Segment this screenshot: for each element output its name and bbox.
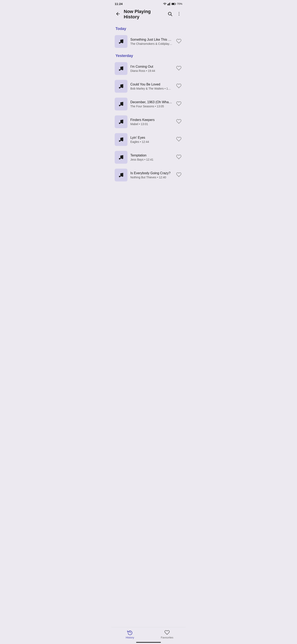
heart-icon — [176, 38, 182, 44]
song-info: Temptation Jess Bays • 12:41 — [130, 154, 172, 161]
heart-icon — [176, 101, 182, 106]
song-title: Finders Keepers — [130, 118, 172, 122]
song-info: December, 1963 (Oh What a Nigh.. The Fou… — [130, 100, 172, 108]
page-title: Now Playing History — [124, 9, 164, 20]
svg-point-10 — [179, 14, 179, 14]
heart-icon — [176, 154, 182, 160]
section-yesterday: Yesterday — [111, 50, 186, 60]
heart-icon — [176, 66, 182, 71]
list-item[interactable]: Lyin' Eyes Eagles • 12:44 — [111, 131, 186, 148]
song-title: Lyin' Eyes — [130, 136, 172, 140]
heart-icon — [176, 83, 182, 88]
list-item[interactable]: Could You Be Loved Bob Marley & The Wail… — [111, 78, 186, 95]
music-note-icon — [118, 119, 124, 125]
favourite-button[interactable] — [175, 136, 182, 144]
list-item[interactable]: Finders Keepers Mabel • 13:01 — [111, 113, 186, 131]
song-meta: The Chainsmokers & Coldplay • 10:53 — [130, 42, 172, 46]
song-info: Finders Keepers Mabel • 13:01 — [130, 118, 172, 126]
music-note-icon — [118, 38, 124, 44]
wifi-icon — [163, 2, 167, 5]
favourite-button[interactable] — [175, 38, 182, 46]
svg-line-8 — [171, 15, 172, 16]
song-thumbnail — [115, 151, 127, 164]
song-meta: The Four Seasons • 13:05 — [130, 105, 172, 108]
app-header: Now Playing History — [111, 7, 186, 22]
heart-icon — [176, 172, 182, 177]
song-meta: Bob Marley & The Wailers • 13:11 — [130, 87, 172, 90]
song-thumbnail — [115, 35, 127, 48]
status-bar: 11:24 70% — [111, 0, 186, 7]
heart-icon — [176, 119, 182, 124]
song-meta: Diana Ross • 19:44 — [130, 69, 172, 72]
list-item[interactable]: Something Just Like This (Don Di.. The C… — [111, 32, 186, 50]
song-info: Could You Be Loved Bob Marley & The Wail… — [130, 82, 172, 90]
status-time: 11:24 — [115, 2, 122, 6]
status-icons: 70% — [163, 2, 182, 5]
signal-icon — [167, 2, 171, 5]
song-meta: Nothing But Thieves • 12:40 — [130, 176, 172, 179]
history-content: Today Something Just Like This (Don Di..… — [111, 22, 186, 200]
song-thumbnail — [115, 98, 127, 110]
svg-rect-2 — [169, 3, 170, 5]
music-note-icon — [118, 172, 124, 178]
favourite-button[interactable] — [175, 64, 182, 72]
song-info: Is Everybody Going Crazy? Nothing But Th… — [130, 171, 172, 179]
svg-rect-0 — [167, 4, 168, 5]
more-options-button[interactable] — [176, 10, 182, 18]
search-button[interactable] — [167, 10, 173, 18]
battery-percentage: 70% — [177, 2, 182, 5]
song-title: Is Everybody Going Crazy? — [130, 171, 172, 175]
heart-icon — [176, 136, 182, 142]
section-today: Today — [111, 23, 186, 32]
svg-point-11 — [179, 15, 179, 16]
back-button[interactable] — [115, 10, 121, 18]
song-thumbnail — [115, 116, 127, 128]
song-thumbnail — [115, 133, 127, 146]
song-title: December, 1963 (Oh What a Nigh.. — [130, 100, 172, 104]
song-title: Something Just Like This (Don Di.. — [130, 38, 172, 42]
list-item[interactable]: Is Everybody Going Crazy? Nothing But Th… — [111, 166, 186, 184]
music-note-icon — [118, 154, 124, 160]
song-meta: Eagles • 12:44 — [130, 140, 172, 144]
battery-icon — [172, 3, 176, 5]
favourite-button[interactable] — [175, 153, 182, 161]
song-info: Something Just Like This (Don Di.. The C… — [130, 38, 172, 46]
favourite-button[interactable] — [175, 82, 182, 90]
song-thumbnail — [115, 80, 127, 93]
music-note-icon — [118, 66, 124, 72]
song-thumbnail — [115, 169, 127, 182]
song-title: Could You Be Loved — [130, 82, 172, 86]
list-item[interactable]: Temptation Jess Bays • 12:41 — [111, 148, 186, 166]
favourite-button[interactable] — [175, 100, 182, 108]
song-info: I'm Coming Out Diana Ross • 19:44 — [130, 65, 172, 72]
song-thumbnail — [115, 62, 127, 75]
list-item[interactable]: I'm Coming Out Diana Ross • 19:44 — [111, 60, 186, 78]
svg-rect-1 — [168, 3, 169, 5]
song-title: Temptation — [130, 154, 172, 157]
song-title: I'm Coming Out — [130, 65, 172, 68]
song-meta: Mabel • 13:01 — [130, 122, 172, 126]
svg-rect-3 — [170, 2, 171, 5]
favourite-button[interactable] — [175, 118, 182, 126]
music-note-icon — [118, 137, 124, 142]
svg-rect-6 — [172, 3, 174, 4]
song-meta: Jess Bays • 12:41 — [130, 158, 172, 161]
favourite-button[interactable] — [175, 171, 182, 179]
list-item[interactable]: December, 1963 (Oh What a Nigh.. The Fou… — [111, 95, 186, 113]
svg-point-9 — [179, 12, 179, 13]
music-note-icon — [118, 101, 124, 107]
song-info: Lyin' Eyes Eagles • 12:44 — [130, 136, 172, 144]
music-note-icon — [118, 84, 124, 89]
svg-rect-5 — [175, 3, 176, 4]
